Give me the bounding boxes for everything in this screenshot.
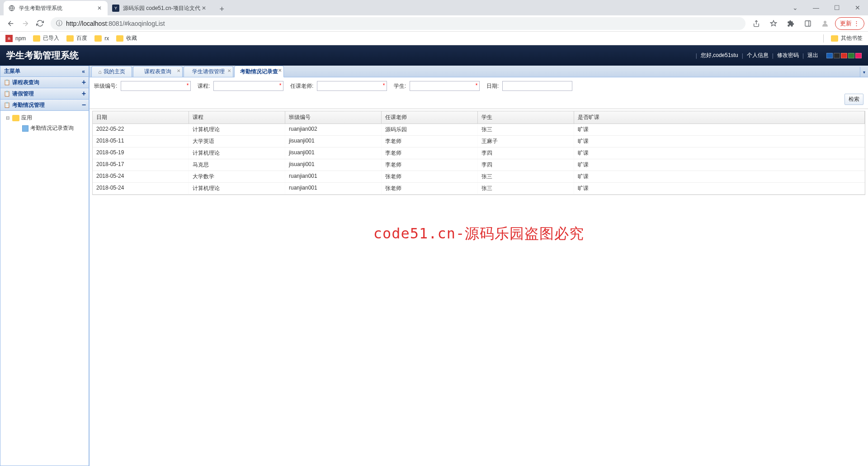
plus-icon[interactable]: + <box>82 90 86 98</box>
table-row[interactable]: 2018-05-24大学数学ruanjian001张老师张三旷课 <box>93 171 865 183</box>
profile-icon[interactable] <box>818 16 832 31</box>
content-area: ⌂ 我的主页 课程表查询 ✕ 学生请假管理 ✕ 考勤情况记录查 ✕ ▾ 班级编号… <box>90 66 868 466</box>
cell-course: 计算机理论 <box>189 124 285 135</box>
tree-leaf-attendance-query[interactable]: 考勤情况记录查询 <box>0 123 89 133</box>
col-class[interactable]: 班级编号 <box>285 111 382 124</box>
other-bookmarks[interactable]: 其他书签 <box>831 34 863 42</box>
col-date[interactable]: 日期 <box>93 111 189 124</box>
table-row[interactable]: 2022-05-22计算机理论ruanjian002源码乐园张三旷课 <box>93 124 865 136</box>
bookmark-label: 收藏 <box>126 34 137 42</box>
col-teacher[interactable]: 任课老师 <box>382 111 478 124</box>
cell-date: 2018-05-24 <box>93 171 189 182</box>
profile-link[interactable]: 个人信息 <box>747 52 769 59</box>
change-password-link[interactable]: 修改密码 <box>777 52 799 59</box>
maximize-button[interactable]: ☐ <box>826 1 847 14</box>
course-field[interactable] <box>213 81 283 91</box>
cell-student: 李四 <box>478 147 574 159</box>
theme-color[interactable] <box>834 53 840 58</box>
close-icon[interactable]: ✕ <box>200 5 208 12</box>
npm-icon: n <box>5 35 13 42</box>
course-label: 课程: <box>194 82 210 90</box>
teacher-field[interactable] <box>317 81 387 91</box>
theme-picker <box>826 53 862 58</box>
browser-tab-title: 源码乐园 code51.cn-项目论文代 <box>123 5 200 12</box>
info-icon[interactable]: ⓘ <box>56 19 62 28</box>
cell-teacher: 李老师 <box>382 147 478 159</box>
table-row[interactable]: 2018-05-11大学英语jisuanji001李老师王麻子旷课 <box>93 136 865 147</box>
watermark-text: code51.cn-源码乐园盗图必究 <box>373 224 585 244</box>
reload-button[interactable] <box>33 16 47 31</box>
back-button[interactable] <box>4 16 18 31</box>
side-panel-icon[interactable] <box>801 16 815 31</box>
minus-icon[interactable]: − <box>82 101 86 109</box>
grid-header: 日期 课程 班级编号 任课老师 学生 是否旷课 <box>93 111 865 124</box>
divider <box>823 34 824 43</box>
minimize-button[interactable]: — <box>806 1 826 14</box>
sidebar-panel-leave[interactable]: 📋 请假管理 + <box>0 88 89 100</box>
col-course[interactable]: 课程 <box>189 111 285 124</box>
theme-color[interactable] <box>841 53 847 58</box>
bookmark-rx[interactable]: rx <box>94 35 109 42</box>
bookmark-imported[interactable]: 已导入 <box>33 34 59 42</box>
class-input[interactable] <box>121 81 190 90</box>
share-icon[interactable] <box>749 16 764 31</box>
new-tab-button[interactable]: + <box>216 3 228 15</box>
document-icon: 📋 <box>3 90 10 97</box>
student-field[interactable] <box>410 81 480 91</box>
app-tab-strip: ⌂ 我的主页 课程表查询 ✕ 学生请假管理 ✕ 考勤情况记录查 ✕ ▾ <box>90 66 868 77</box>
update-button[interactable]: 更新⋮ <box>835 17 864 30</box>
sidebar-panel-schedule[interactable]: 📋 课程表查询 + <box>0 77 89 88</box>
collapse-icon[interactable]: « <box>82 68 85 75</box>
forward-button[interactable] <box>18 16 33 31</box>
plus-icon[interactable]: + <box>82 78 86 86</box>
close-icon[interactable]: ✕ <box>227 68 231 73</box>
col-absent[interactable]: 是否旷课 <box>574 111 865 124</box>
url-path: /#kaoqinlogList <box>123 20 165 27</box>
table-row[interactable]: 2018-05-17马克思jisuanji001李老师李四旷课 <box>93 159 865 171</box>
close-icon[interactable]: ✕ <box>278 68 282 73</box>
tab-leave-mgmt[interactable]: 学生请假管理 ✕ <box>184 66 233 77</box>
theme-color[interactable] <box>826 53 833 58</box>
sidebar-panel-label: 课程表查询 <box>12 79 39 86</box>
tree-root-node[interactable]: ⊟ 应用 <box>0 113 89 123</box>
date-field[interactable] <box>502 81 572 91</box>
student-input[interactable] <box>410 81 479 90</box>
sidebar-panel-label: 请假管理 <box>12 90 34 98</box>
star-icon[interactable] <box>766 16 781 31</box>
bookmark-baidu[interactable]: 百度 <box>66 34 87 42</box>
close-icon[interactable]: ✕ <box>96 5 103 12</box>
table-row[interactable]: 2018-05-19计算机理论jisuanji001李老师李四旷课 <box>93 147 865 159</box>
url-input[interactable]: ⓘ http://localhost:8081/#kaoqinlogList <box>51 17 745 30</box>
class-field[interactable] <box>121 81 191 91</box>
cell-absent: 旷课 <box>574 124 865 135</box>
date-input[interactable] <box>503 81 572 90</box>
chevron-down-icon[interactable]: ⌄ <box>785 1 806 14</box>
tab-schedule-query[interactable]: 课程表查询 ✕ <box>133 66 183 77</box>
cell-absent: 旷课 <box>574 183 865 194</box>
svg-rect-1 <box>805 21 811 26</box>
search-button[interactable]: 检索 <box>844 94 863 105</box>
browser-tab-active[interactable]: 学生考勤管理系统 ✕ <box>4 1 108 15</box>
cell-date: 2018-05-17 <box>93 159 189 171</box>
theme-color[interactable] <box>848 53 854 58</box>
bookmark-favorites[interactable]: 收藏 <box>116 34 137 42</box>
table-row[interactable]: 2018-05-24计算机理论ruanjian001张老师张三旷课 <box>93 183 865 195</box>
bookmark-npm[interactable]: nnpm <box>5 35 26 42</box>
folder-icon <box>33 35 40 42</box>
theme-color[interactable] <box>855 53 862 58</box>
col-student[interactable]: 学生 <box>478 111 574 124</box>
logout-link[interactable]: 退出 <box>807 52 818 59</box>
tab-attendance-log[interactable]: 考勤情况记录查 ✕ <box>234 66 284 77</box>
close-window-button[interactable]: ✕ <box>847 1 868 14</box>
tab-home[interactable]: ⌂ 我的主页 <box>91 66 132 77</box>
extensions-icon[interactable] <box>783 16 798 31</box>
tree-leaf-label: 考勤情况记录查询 <box>30 124 74 132</box>
close-icon[interactable]: ✕ <box>177 68 180 73</box>
browser-tab-inactive[interactable]: Y 源码乐园 code51.cn-项目论文代 ✕ <box>108 1 212 15</box>
teacher-input[interactable] <box>317 81 387 90</box>
collapse-icon[interactable]: ⊟ <box>6 115 11 120</box>
course-input[interactable] <box>214 81 283 90</box>
tab-menu-icon[interactable]: ▾ <box>860 67 868 77</box>
browser-tab-strip: 学生考勤管理系统 ✕ Y 源码乐园 code51.cn-项目论文代 ✕ + ⌄ … <box>0 0 868 15</box>
sidebar-panel-attendance[interactable]: 📋 考勤情况管理 − <box>0 100 89 111</box>
